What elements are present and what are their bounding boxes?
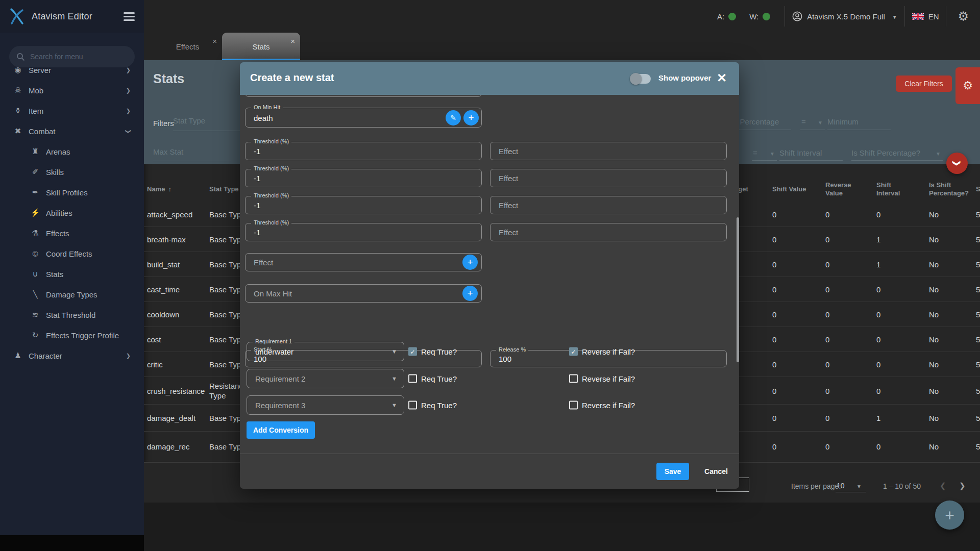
threshold-effect-field[interactable]: Effect [490,223,727,241]
filter-max-stat[interactable]: Max Stat [153,147,183,156]
sidebar-item-effects-trigger-profile[interactable]: ↻Effects Trigger Profile [0,325,144,345]
sidebar-item-stat-threshold[interactable]: ≋Stat Threshold [0,305,144,325]
cell-shift-interval: 0 [876,386,907,395]
sidebar-item-coord-effects[interactable]: ©Coord Effects [0,243,144,264]
dialog-scrollbar[interactable] [737,217,739,362]
threshold-value: -1 [254,174,260,183]
add-button[interactable]: + [463,110,479,126]
filter-shift-interval[interactable]: Shift Interval [779,148,822,157]
hamburger-menu-icon[interactable] [124,10,135,23]
column-header-reverse-value[interactable]: Reverse Value [825,181,859,197]
filter-percentage-partial[interactable]: d Percentage [733,117,779,126]
close-icon[interactable]: ✕ [717,71,727,85]
column-header-shift-value[interactable]: Shift Value [772,185,818,193]
create-stat-dialog: Create a new stat Show popover ✕ On Min … [240,62,739,489]
sidebar-item-label: Mob [29,86,43,95]
effect-select[interactable]: Effect + [245,253,482,271]
tab-effects[interactable]: Effects× [153,33,222,60]
save-button[interactable]: Save [656,463,689,480]
threshold-effect-field[interactable]: Effect [490,169,727,187]
req-true-checkbox[interactable] [408,401,417,410]
threshold-field[interactable]: Threshold (%)-1 [245,169,482,187]
add-effect-button[interactable]: + [462,255,478,270]
language-label: EN [928,12,939,21]
sidebar-item-abilities[interactable]: ⚡Abilities [0,203,144,223]
column-header-truncated[interactable]: S [976,185,980,193]
requirement-select-1[interactable]: Requirement 1underwater▼ [247,342,404,361]
sidebar-item-stats[interactable]: ∪Stats [0,264,144,284]
close-icon[interactable]: × [212,37,217,45]
add-on-max-hit-button[interactable]: + [462,286,478,301]
cell-reverse-value: 0 [825,210,859,219]
sidebar-item-skill-profiles[interactable]: ✒Skill Profiles [0,182,144,203]
add-stat-fab[interactable]: + [935,500,964,530]
profile-menu[interactable]: Atavism X.5 Demo Full ▼ [792,11,897,21]
previous-page-button[interactable]: ❮ [940,481,946,490]
gear-icon: ⚙ [963,79,973,92]
sidebar-item-mob[interactable]: ☠Mob❯ [0,80,144,101]
cancel-button[interactable]: Cancel [697,463,735,480]
next-page-button[interactable]: ❯ [959,481,966,490]
sidebar-item-server[interactable]: ◉Server❯ [0,60,144,80]
filter-is-shift-percentage[interactable]: Is Shift Percentage? [851,148,920,157]
threshold-field[interactable]: Threshold (%)-1 [245,142,482,160]
chevron-down-icon: ▼ [391,402,397,408]
column-header-shift-interval[interactable]: Shift Interval [876,181,907,197]
pencil-icon: ✎ [450,114,456,122]
filter-operator[interactable]: = [753,148,757,157]
plus-icon: + [467,288,473,298]
cell-shift-interval: 0 [876,360,907,369]
threshold-effect-field[interactable]: Effect [490,196,727,214]
sidebar-item-damage-types[interactable]: ╲Damage Types [0,284,144,305]
tab-stats[interactable]: Stats× [222,33,300,60]
sidebar-item-combat[interactable]: ✖Combat❯ [0,121,144,141]
cell-shift-interval: 1 [876,413,907,423]
show-popover-toggle[interactable] [631,74,651,84]
language-selector[interactable]: EN [912,12,939,21]
requirement-select-3[interactable]: Requirement 3▼ [247,395,404,415]
reverse-if-fail-checkbox[interactable]: ✓ [569,347,578,356]
cell-reverse-value: 0 [825,335,859,344]
cell-truncated: 5 [976,335,980,344]
filter-operator[interactable]: = [801,117,806,126]
reverse-if-fail-checkbox[interactable] [569,374,578,383]
cell-name: attack_speed [147,210,207,219]
req-true-checkbox[interactable]: ✓ [408,347,417,356]
reverse-if-fail-checkbox[interactable] [569,401,578,410]
settings-gear-icon[interactable]: ⚙ [958,9,969,23]
filter-minimum[interactable]: Minimum [827,117,859,126]
filter-stat-type[interactable]: Stat Type [173,116,205,125]
clear-filters-button[interactable]: Clear Filters [896,76,952,92]
requirement-select-2[interactable]: Requirement 2▼ [247,369,404,388]
table-settings-button[interactable]: ⚙ [955,67,980,104]
items-per-page-value[interactable]: 10 [837,482,845,490]
chevron-right-icon: ❯ [126,67,131,73]
cell-reverse-value: 0 [825,386,859,395]
on-max-hit-select[interactable]: On Max Hit + [245,284,482,303]
threshold-field[interactable]: Threshold (%)-1 [245,196,482,214]
tab-label: Stats [222,42,300,51]
edit-button[interactable]: ✎ [446,110,461,126]
sidebar-item-effects[interactable]: ⚗Effects [0,223,144,243]
scroll-down-button[interactable]: ❯ [946,153,968,174]
add-conversion-button[interactable]: Add Conversion [247,421,315,439]
sidebar-item-arenas[interactable]: ♜Arenas [0,141,144,162]
on-min-hit-field[interactable]: On Min Hit death ✎ + [245,108,482,128]
sidebar-item-label: Server [29,66,51,74]
column-header-is-shift-percentage[interactable]: Is Shift Percentage? [929,181,977,197]
cell-shift-value: 0 [772,441,818,451]
threshold-label: Threshold (%) [251,165,291,171]
threshold-effect-field[interactable]: Effect [490,142,727,160]
cell-reverse-value: 0 [825,260,859,269]
threshold-field[interactable]: Threshold (%)-1 [245,223,482,241]
close-icon[interactable]: × [290,37,295,45]
sidebar-item-character[interactable]: ♟Character❯ [0,345,144,366]
cell-name: cost [147,335,207,344]
column-header-name[interactable]: Name↑ [147,185,207,193]
cell-is-shift-percentage: No [929,310,977,319]
cell-shift-value: 0 [772,360,818,369]
cell-is-shift-percentage: No [929,360,977,369]
req-true-checkbox[interactable] [408,374,417,383]
sidebar-item-item[interactable]: ⚱Item❯ [0,101,144,121]
sidebar-item-skills[interactable]: ✐Skills [0,162,144,182]
